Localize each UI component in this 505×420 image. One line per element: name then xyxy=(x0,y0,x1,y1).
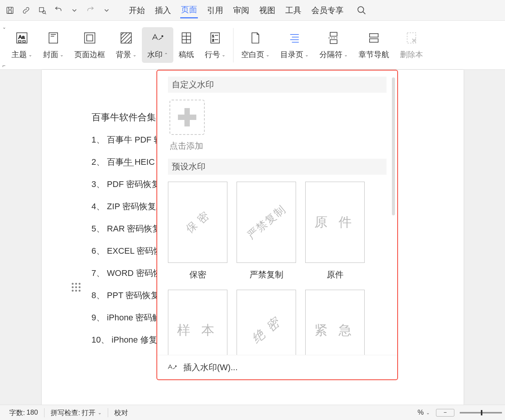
preset-thumb: 样 本 xyxy=(168,290,227,355)
chevron-down-icon: ⌄ xyxy=(222,52,225,57)
preset-label: 原件 xyxy=(327,269,344,281)
ribbon-cover-label: 封面 xyxy=(43,49,58,60)
insert-watermark-label: 插入水印(W)... xyxy=(183,362,238,373)
statusbar: 字数: 180 拼写检查: 打开 ⌄ 校对 % ⌄ － xyxy=(0,405,505,420)
ribbon-cover[interactable]: 封面⌄ xyxy=(38,27,69,63)
svg-rect-12 xyxy=(85,33,95,43)
add-watermark-block: 点击添加 xyxy=(169,100,387,152)
chevron-down-icon: ⌄ xyxy=(133,52,137,57)
quick-access-toolbar xyxy=(5,6,111,15)
drag-handle-icon[interactable] xyxy=(72,283,81,292)
svg-point-4 xyxy=(358,7,364,12)
chevron-down-icon[interactable] xyxy=(102,6,111,15)
svg-text:Aa: Aa xyxy=(18,34,25,40)
watermark-popup: 自定义水印 点击添加 预设水印 保 密 保密 严禁复制 严禁复制 原 件 原件 … xyxy=(156,70,398,380)
spell-prefix: 拼写检查: xyxy=(51,408,80,417)
tab-start[interactable]: 开始 xyxy=(128,3,146,18)
preset-thumb: 原 件 xyxy=(305,182,365,263)
preset-label: 保密 xyxy=(189,269,206,281)
add-watermark-label: 点击添加 xyxy=(169,140,203,152)
separator xyxy=(233,28,234,62)
ribbon-chapter-nav[interactable]: 章节导航 xyxy=(353,27,395,63)
ribbon-gridpaper-label: 稿纸 xyxy=(179,49,194,60)
tab-member[interactable]: 会员专享 xyxy=(311,3,344,18)
zoom-controls: － xyxy=(436,409,502,417)
scrollbar[interactable] xyxy=(392,77,395,215)
ribbon-border-label: 页面边框 xyxy=(74,49,105,60)
status-proof[interactable]: 校对 xyxy=(108,408,134,417)
svg-text:1: 1 xyxy=(212,34,214,38)
preset-original[interactable]: 原 件 原件 xyxy=(305,182,365,281)
preset-no-copy[interactable]: 严禁复制 严禁复制 xyxy=(237,182,296,281)
chevron-down-icon: ⌄ xyxy=(60,52,64,57)
ribbon-separator[interactable]: 分隔符⌄ xyxy=(314,27,353,63)
ribbon-toc-label: 目录页 xyxy=(280,49,303,60)
tab-review[interactable]: 审阅 xyxy=(232,3,250,18)
delete-page-icon xyxy=(404,30,419,46)
ribbon-background[interactable]: 背景⌄ xyxy=(110,27,142,63)
insert-watermark-button[interactable]: 插入水印(W)... xyxy=(157,355,397,379)
svg-rect-34 xyxy=(330,32,337,36)
status-zoom: % ⌄ xyxy=(411,409,436,417)
preset-sample[interactable]: 样 本 xyxy=(168,290,227,355)
tab-reference[interactable]: 引用 xyxy=(206,3,224,18)
svg-point-3 xyxy=(43,10,45,13)
link-icon[interactable] xyxy=(21,6,31,15)
blank-page-icon xyxy=(248,30,263,46)
plus-icon xyxy=(178,108,196,126)
svg-line-18 xyxy=(125,36,132,43)
ribbon-watermark-label: 水印 xyxy=(147,49,163,60)
ribbon-leading: ⌄ ⌐ xyxy=(2,21,6,69)
status-word-count[interactable]: 字数: 180 xyxy=(3,408,44,417)
preset-thumb: 严禁复制 xyxy=(237,182,296,263)
svg-line-16 xyxy=(121,33,127,39)
tab-page[interactable]: 页面 xyxy=(180,2,198,18)
undo-icon[interactable] xyxy=(54,6,63,15)
svg-line-15 xyxy=(121,33,124,36)
preset-top-secret[interactable]: 绝 密 xyxy=(237,290,296,355)
zoom-slider[interactable] xyxy=(460,412,502,413)
ribbon-delete[interactable]: 删除本 xyxy=(395,27,428,63)
spell-state: 打开 xyxy=(82,408,95,417)
ribbon-toc-page[interactable]: 目录页⌄ xyxy=(275,27,314,63)
tab-view[interactable]: 视图 xyxy=(258,3,276,18)
ribbon-separator-label: 分隔符 xyxy=(319,49,342,60)
cover-icon xyxy=(46,30,61,46)
search-button[interactable] xyxy=(357,5,367,15)
status-spellcheck[interactable]: 拼写检查: 打开 ⌄ xyxy=(44,408,108,417)
preset-thumb: 保 密 xyxy=(168,182,227,263)
svg-point-20 xyxy=(162,36,163,37)
chevron-down-icon[interactable] xyxy=(70,6,79,15)
ribbon-theme[interactable]: Aa 主题⌄ xyxy=(6,27,38,63)
preset-confidential[interactable]: 保 密 保密 xyxy=(168,182,227,281)
svg-line-19 xyxy=(128,40,132,43)
preset-thumb: 紧 急 xyxy=(305,290,365,355)
ribbon-theme-label: 主题 xyxy=(12,49,27,60)
ribbon-blank-page[interactable]: 空白页⌄ xyxy=(236,27,275,63)
popup-body: 自定义水印 点击添加 预设水印 保 密 保密 严禁复制 严禁复制 原 件 原件 … xyxy=(157,71,397,355)
ribbon-line-number[interactable]: 12 行号⌄ xyxy=(199,27,231,63)
tab-tools[interactable]: 工具 xyxy=(285,3,302,18)
save-icon[interactable] xyxy=(5,6,15,15)
ribbon-page-border[interactable]: 页面边框 xyxy=(69,27,110,63)
expand-icon[interactable]: ⌐ xyxy=(2,62,6,69)
svg-rect-7 xyxy=(18,41,21,43)
add-watermark-tile[interactable] xyxy=(169,100,205,135)
svg-rect-0 xyxy=(7,7,13,13)
print-preview-icon[interactable] xyxy=(38,6,47,15)
ribbon: ⌄ ⌐ Aa 主题⌄ 封面⌄ 页面边框 背景⌄ 水印⌃ 稿纸 12 行号⌄ 空白… xyxy=(0,21,505,70)
svg-point-42 xyxy=(175,366,176,367)
chevron-down-icon[interactable]: ⌄ xyxy=(426,410,430,415)
zoom-out-button[interactable]: － xyxy=(436,409,454,417)
preset-label: 严禁复制 xyxy=(250,269,283,281)
tab-insert[interactable]: 插入 xyxy=(154,3,172,18)
svg-rect-13 xyxy=(87,35,93,41)
preset-urgent[interactable]: 紧 急 xyxy=(305,290,365,355)
cursor-mark xyxy=(123,166,134,166)
ribbon-watermark[interactable]: 水印⌃ xyxy=(142,27,173,63)
custom-section-title: 自定义水印 xyxy=(168,77,387,93)
chevron-down-icon[interactable]: ⌄ xyxy=(2,25,6,30)
redo-icon[interactable] xyxy=(86,6,95,15)
ribbon-grid-paper[interactable]: 稿纸 xyxy=(173,27,199,63)
ribbon-chapternav-label: 章节导航 xyxy=(359,49,389,60)
